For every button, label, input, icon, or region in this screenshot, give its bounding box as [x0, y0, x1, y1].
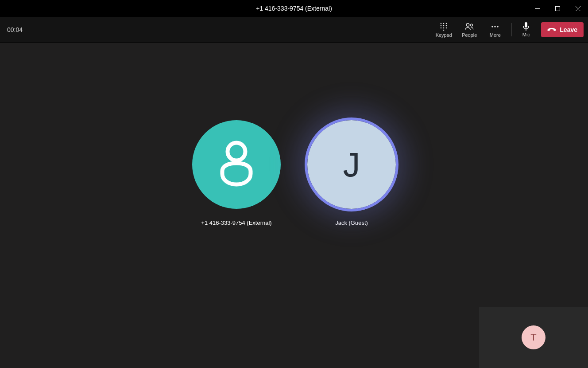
keypad-icon: [440, 22, 448, 31]
toolbar-separator: [511, 23, 512, 36]
self-initial: T: [530, 332, 536, 343]
svg-point-5: [443, 25, 445, 26]
people-label: People: [462, 32, 477, 38]
window-title: +1 416-333-9754 (External): [0, 5, 588, 12]
self-preview[interactable]: T: [479, 307, 588, 368]
svg-point-14: [494, 26, 496, 27]
speaking-indicator: [305, 117, 398, 211]
participants-row: +1 416-333-9754 (External) J Jack (Guest…: [192, 120, 396, 226]
avatar-wrap: [192, 120, 281, 209]
keypad-label: Keypad: [436, 32, 452, 38]
close-button[interactable]: [568, 0, 588, 17]
svg-rect-17: [526, 29, 526, 31]
svg-point-3: [446, 23, 447, 24]
maximize-button[interactable]: [547, 0, 568, 17]
call-window: +1 416-333-9754 (External) 00:04: [0, 0, 588, 368]
person-icon: [214, 140, 259, 189]
mic-label: Mic: [522, 32, 530, 37]
hangup-icon: [547, 27, 556, 32]
titlebar: +1 416-333-9754 (External): [0, 0, 588, 17]
minimize-icon: [535, 6, 540, 11]
people-button[interactable]: People: [456, 17, 482, 42]
participant-tile[interactable]: +1 416-333-9754 (External): [192, 120, 281, 226]
more-label: More: [490, 32, 501, 38]
svg-point-8: [443, 27, 445, 28]
call-toolbar: 00:04 Keypad: [0, 17, 588, 43]
svg-point-11: [467, 23, 469, 26]
close-icon: [576, 6, 580, 11]
svg-rect-0: [555, 6, 560, 11]
leave-label: Leave: [560, 26, 577, 33]
self-avatar: T: [522, 325, 545, 349]
keypad-button[interactable]: Keypad: [431, 17, 456, 42]
mic-button[interactable]: Mic: [515, 17, 537, 42]
svg-point-10: [443, 29, 445, 30]
maximize-icon: [555, 6, 560, 11]
svg-point-1: [441, 23, 442, 24]
svg-point-12: [471, 24, 473, 26]
svg-point-9: [446, 27, 447, 28]
participant-tile[interactable]: J Jack (Guest): [307, 120, 396, 226]
svg-point-18: [228, 143, 245, 161]
anonymous-avatar: [192, 120, 281, 209]
svg-point-15: [497, 26, 499, 27]
minimize-button[interactable]: [527, 0, 547, 17]
avatar-wrap: J: [307, 120, 396, 209]
more-button[interactable]: More: [482, 17, 508, 42]
call-stage: +1 416-333-9754 (External) J Jack (Guest…: [0, 43, 588, 368]
mic-icon: [522, 22, 530, 31]
call-timer: 00:04: [7, 26, 23, 33]
leave-button[interactable]: Leave: [541, 22, 584, 37]
svg-point-7: [441, 27, 442, 28]
more-icon: [491, 22, 499, 31]
svg-point-4: [441, 25, 442, 26]
participant-name: Jack (Guest): [335, 219, 368, 226]
people-icon: [464, 22, 474, 31]
toolbar-actions: Keypad People: [431, 17, 584, 42]
window-controls: [527, 0, 588, 17]
svg-point-13: [491, 26, 493, 27]
svg-point-2: [443, 23, 445, 24]
svg-rect-16: [525, 22, 527, 27]
participant-name: +1 416-333-9754 (External): [201, 219, 271, 226]
svg-point-6: [446, 25, 447, 26]
